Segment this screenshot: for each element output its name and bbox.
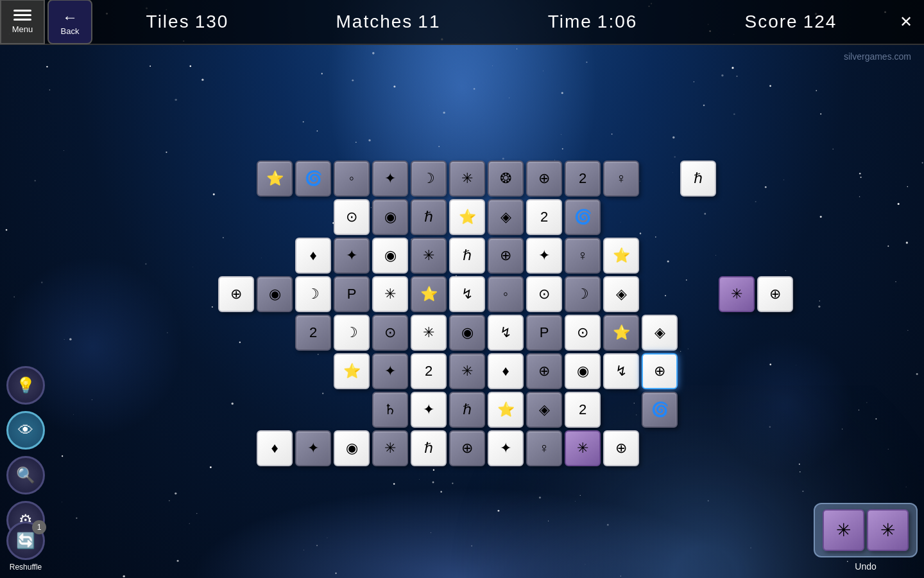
tile[interactable]: ✳ [372, 276, 408, 312]
tile[interactable]: ✦ [334, 238, 370, 274]
tile[interactable]: ⊙ [565, 315, 601, 351]
tile[interactable]: ♀ [603, 161, 639, 197]
tile[interactable]: ◉ [372, 238, 408, 274]
tile[interactable]: ◦ [334, 161, 370, 197]
tile[interactable]: Ρ [526, 315, 562, 351]
tile[interactable]: 2 [295, 315, 331, 351]
tile[interactable]: ⭐ [603, 315, 639, 351]
matches-label: Matches [336, 12, 413, 31]
tile[interactable]: ✦ [295, 430, 331, 466]
tile[interactable]: ◉ [334, 430, 370, 466]
tile[interactable]: ✳ [449, 161, 485, 197]
tile[interactable]: ⊕ [642, 353, 678, 389]
tile[interactable]: 2 [565, 161, 601, 197]
tile[interactable]: ℏ [411, 430, 447, 466]
score-stat: Score124 [745, 12, 843, 32]
hint-button[interactable]: 💡 [6, 366, 45, 405]
tile[interactable]: 2 [565, 392, 601, 428]
tile[interactable]: ✦ [526, 238, 562, 274]
tile[interactable]: ↯ [449, 276, 485, 312]
tile[interactable]: ⊕ [757, 276, 793, 312]
tile[interactable]: ☽ [565, 276, 601, 312]
back-button[interactable]: ← Back [47, 0, 92, 44]
score-label: Score [745, 12, 798, 31]
tile[interactable]: 🌀 [295, 161, 331, 197]
tile[interactable]: ♦ [257, 430, 293, 466]
tile[interactable]: ♦ [295, 238, 331, 274]
tile[interactable]: ⭐ [488, 392, 524, 428]
tile[interactable]: ☽ [295, 276, 331, 312]
tile[interactable]: ⭐ [334, 353, 370, 389]
tile[interactable]: ⭐ [257, 161, 293, 197]
tile[interactable]: ✳ [719, 276, 755, 312]
game-header: Menu ← Back Tiles130 Matches11 Time1:06 … [0, 0, 924, 45]
tile[interactable]: ⭐ [603, 238, 639, 274]
menu-button[interactable]: Menu [0, 0, 45, 44]
tile[interactable]: ⊕ [218, 276, 254, 312]
tile[interactable]: 2 [411, 353, 447, 389]
tile[interactable]: ◈ [642, 315, 678, 351]
tile[interactable]: ✦ [372, 161, 408, 197]
tile[interactable]: ◈ [603, 276, 639, 312]
tile[interactable]: 2 [526, 199, 562, 235]
tile[interactable]: ◦ [488, 276, 524, 312]
undo-tile-1[interactable]: ✳ [823, 509, 864, 551]
tile[interactable]: ☽ [334, 315, 370, 351]
tile[interactable]: ♄ [372, 392, 408, 428]
tile[interactable]: 🌀 [642, 392, 678, 428]
tile[interactable]: ℏ [449, 392, 485, 428]
tile[interactable]: ✦ [488, 430, 524, 466]
close-button[interactable]: ✕ [893, 9, 919, 35]
tile[interactable]: ♀ [526, 430, 562, 466]
score-value: 124 [803, 12, 837, 31]
tile[interactable]: ◉ [449, 315, 485, 351]
tile[interactable]: ⊙ [526, 276, 562, 312]
tile[interactable]: ⊕ [526, 161, 562, 197]
reshuffle-button[interactable]: 🔄 1 [6, 521, 45, 560]
tile[interactable]: ↯ [603, 353, 639, 389]
tile[interactable]: ☽ [411, 161, 447, 197]
tile[interactable]: ✳ [411, 315, 447, 351]
game-board: ⭐🌀◦✦☽✳❂⊕2♀ℏ⊙◉ℏ⭐◈2🌀♦✦◉✳ℏ⊕✦♀⭐⊕◉☽Ρ✳⭐↯◦⊙☽◈✳⊕… [51, 51, 924, 578]
header-stats: Tiles130 Matches11 Time1:06 Score124 [95, 12, 893, 32]
tile[interactable]: ⭐ [411, 276, 447, 312]
tile[interactable]: ❂ [488, 161, 524, 197]
reshuffle-count: 1 [32, 520, 46, 534]
tile[interactable]: ⊕ [449, 430, 485, 466]
tile[interactable]: ↯ [488, 315, 524, 351]
tile[interactable]: ✳ [565, 430, 601, 466]
tile[interactable]: ◉ [257, 276, 293, 312]
tile[interactable]: ♦ [488, 353, 524, 389]
tile[interactable]: ℏ [449, 238, 485, 274]
tile[interactable]: ⊕ [603, 430, 639, 466]
tile[interactable]: ◈ [526, 392, 562, 428]
tile[interactable]: ♀ [565, 238, 601, 274]
tiles-label: Tiles [146, 12, 190, 31]
undo-container: ✳ ✳ [814, 503, 918, 557]
tile[interactable]: ⊕ [526, 353, 562, 389]
tile[interactable]: 🌀 [565, 199, 601, 235]
tile[interactable]: ◉ [565, 353, 601, 389]
tile[interactable]: ⊕ [488, 238, 524, 274]
watermark: silvergames.com [844, 51, 911, 62]
tile[interactable]: Ρ [334, 276, 370, 312]
tile[interactable]: ⊙ [372, 315, 408, 351]
undo-area: ✳ ✳ Undo [814, 503, 918, 572]
tile[interactable]: ℏ [411, 199, 447, 235]
time-label: Time [548, 12, 592, 31]
tiles-value: 130 [195, 12, 229, 31]
tile[interactable]: ⊙ [334, 199, 370, 235]
tile[interactable]: ◉ [372, 199, 408, 235]
tile[interactable]: ⭐ [449, 199, 485, 235]
tile[interactable]: ✦ [372, 353, 408, 389]
undo-label: Undo [855, 561, 876, 572]
tile[interactable]: ✳ [411, 238, 447, 274]
tile[interactable]: ✳ [372, 430, 408, 466]
undo-tile-2[interactable]: ✳ [867, 509, 909, 551]
search-button[interactable]: 🔍 [6, 456, 45, 495]
tile[interactable]: ✦ [411, 392, 447, 428]
tile[interactable]: ◈ [488, 199, 524, 235]
eye-button[interactable]: 👁 [6, 411, 45, 450]
tile[interactable]: ℏ [680, 161, 716, 197]
tile[interactable]: ✳ [449, 353, 485, 389]
